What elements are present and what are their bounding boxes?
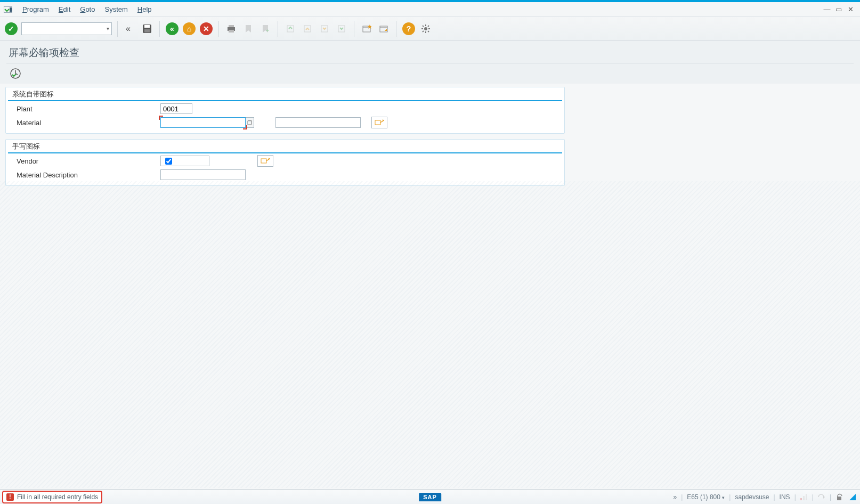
menu-goto[interactable]: Goto <box>80 5 95 13</box>
svg-rect-33 <box>800 498 802 500</box>
row-material: Material ❐ <box>6 116 564 129</box>
status-chevrons[interactable]: » <box>673 493 677 501</box>
label-matdesc: Material Description <box>6 171 160 179</box>
status-insert-mode: INS <box>780 493 790 501</box>
last-page-icon[interactable] <box>335 22 348 36</box>
svg-text:★: ★ <box>367 24 371 30</box>
toolbar-separator <box>354 21 354 37</box>
svg-rect-7 <box>229 25 234 27</box>
svg-marker-32 <box>269 158 270 160</box>
next-page-icon[interactable] <box>318 22 331 36</box>
menu-system[interactable]: System <box>104 5 127 13</box>
find-next-icon[interactable]: + <box>258 22 272 36</box>
error-icon: ! <box>6 493 14 501</box>
group-hand-icons: 手写图标 Vendor Material Description <box>5 139 565 186</box>
group-system-icons: 系统自带图标 Plant Material ❐ <box>5 87 565 134</box>
save-icon[interactable] <box>140 22 154 36</box>
toolbar-separator <box>218 21 219 37</box>
settings-icon[interactable] <box>419 22 433 36</box>
status-sync-icon <box>818 494 825 500</box>
maximize-icon[interactable]: ▭ <box>834 5 843 13</box>
status-lock-icon[interactable] <box>835 493 843 501</box>
back-button[interactable]: « <box>165 22 179 36</box>
content-area: 系统自带图标 Plant Material ❐ 手写图标 <box>0 84 860 194</box>
sap-logo: SAP <box>419 493 441 501</box>
checkbox-vendor[interactable] <box>165 158 172 165</box>
toolbar-separator <box>396 21 396 37</box>
exit-button[interactable]: ⌂ <box>182 22 196 36</box>
svg-line-23 <box>428 31 429 32</box>
status-signal-icon <box>800 494 808 500</box>
app-toolbar <box>6 63 854 84</box>
input-material-low[interactable] <box>160 117 246 128</box>
toolbar-separator <box>117 21 118 37</box>
input-material-description[interactable] <box>160 169 246 180</box>
svg-rect-35 <box>806 494 807 500</box>
menu-help[interactable]: Help <box>137 5 152 13</box>
row-vendor: Vendor <box>6 155 564 167</box>
label-vendor: Vendor <box>6 157 160 165</box>
minimize-icon[interactable]: — <box>823 5 831 13</box>
svg-text:«: « <box>126 24 131 33</box>
cancel-button[interactable]: ✕ <box>199 22 213 36</box>
status-server: sapdevsuse <box>735 493 769 501</box>
app-menu-icon[interactable] <box>3 6 13 13</box>
find-icon[interactable] <box>241 22 255 36</box>
svg-line-24 <box>423 31 424 32</box>
input-material-high[interactable] <box>275 117 361 128</box>
status-message-box[interactable]: ! Fill in all required entry fields <box>2 491 102 503</box>
multiple-selection-button-2[interactable] <box>257 155 273 167</box>
row-material-description: Material Description <box>6 168 564 181</box>
input-vendor[interactable] <box>160 156 209 166</box>
command-field[interactable]: ▾ <box>21 22 112 35</box>
dropdown-icon: ▾ <box>722 495 725 500</box>
prev-page-icon[interactable] <box>301 22 314 36</box>
svg-rect-16 <box>380 26 387 32</box>
svg-line-25 <box>428 26 429 27</box>
multiple-selection-button[interactable] <box>371 117 387 128</box>
label-material: Material <box>6 119 160 127</box>
svg-rect-29 <box>375 120 380 125</box>
group-title-2: 手写图标 <box>8 140 562 153</box>
input-plant[interactable] <box>160 103 192 114</box>
create-shortcut-icon[interactable] <box>377 22 391 36</box>
menu-edit[interactable]: Edit <box>59 5 70 13</box>
close-icon[interactable]: ✕ <box>846 5 855 13</box>
toolbar-separator <box>278 21 278 37</box>
status-bar: ! Fill in all required entry fields SAP … <box>0 489 860 504</box>
first-page-icon[interactable] <box>283 22 297 36</box>
svg-marker-30 <box>383 119 384 121</box>
print-icon[interactable] <box>224 22 238 36</box>
new-session-icon[interactable]: ★ <box>360 22 374 36</box>
main-toolbar: ✓ ▾ « « ⌂ ✕ + <box>0 17 860 40</box>
window-controls: — ▭ ✕ <box>823 5 860 13</box>
svg-text:+: + <box>266 28 269 34</box>
svg-point-17 <box>424 27 427 30</box>
menu-bar: Program Edit Goto System Help — ▭ ✕ <box>0 2 860 17</box>
svg-rect-31 <box>261 159 266 163</box>
status-message-text: Fill in all required entry fields <box>17 493 98 501</box>
help-button[interactable]: ? <box>402 22 416 36</box>
row-plant: Plant <box>6 102 564 115</box>
status-resize-grip[interactable] <box>849 494 856 500</box>
status-system[interactable]: E65 (1) 800 ▾ <box>687 493 725 501</box>
svg-rect-8 <box>229 30 234 32</box>
execute-button[interactable] <box>9 67 22 80</box>
dropdown-icon: ▾ <box>107 26 109 31</box>
status-right-group: » | E65 (1) 800 ▾ | sapdevsuse | INS | |… <box>673 493 860 501</box>
toolbar-separator <box>159 21 160 37</box>
svg-rect-1 <box>10 7 12 12</box>
menu-program[interactable]: Program <box>22 5 49 13</box>
svg-rect-37 <box>837 497 841 500</box>
title-area: 屏幕必输项检查 <box>0 40 860 84</box>
svg-rect-5 <box>144 29 150 32</box>
label-plant: Plant <box>6 105 160 113</box>
svg-rect-4 <box>144 25 150 28</box>
back-double-icon[interactable]: « <box>123 22 137 36</box>
enter-button[interactable]: ✓ <box>4 22 18 36</box>
page-title: 屏幕必输项检查 <box>9 46 854 60</box>
svg-marker-36 <box>823 495 825 499</box>
background-hatch <box>0 181 860 488</box>
group-title-1: 系统自带图标 <box>8 87 562 101</box>
svg-rect-34 <box>803 496 805 500</box>
